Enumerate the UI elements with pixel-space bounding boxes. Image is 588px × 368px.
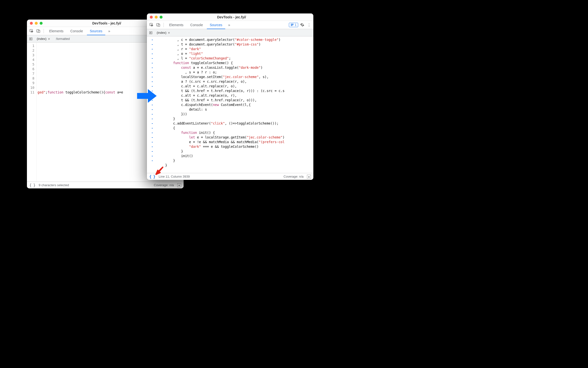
settings-gear-icon[interactable] xyxy=(299,22,305,28)
tab-elements[interactable]: Elements xyxy=(46,27,66,35)
tab-elements[interactable]: Elements xyxy=(166,21,186,29)
pretty-print-button[interactable]: { } xyxy=(149,174,155,179)
tab-sources[interactable]: Sources xyxy=(207,21,225,29)
issues-count: 1 xyxy=(295,23,296,27)
issues-indicator[interactable]: 1 xyxy=(289,23,298,27)
filetab-label: (index) xyxy=(157,31,166,34)
selection-status: 9 characters selected xyxy=(39,183,69,187)
close-tab-icon[interactable]: × xyxy=(168,31,170,34)
file-tabs-bar: (index) × xyxy=(147,29,313,36)
devtools-window-right: DevTools - jec.fyi/ Elements Console Sou… xyxy=(147,13,313,180)
divider xyxy=(44,29,44,33)
main-tabs-bar: Elements Console Sources » 1 ⋮ xyxy=(147,21,313,29)
filetab-index[interactable]: (index) × xyxy=(34,35,53,43)
code-editor[interactable]: - - - - - - - - - - - - - - - - - - - - … xyxy=(147,36,313,173)
filetab-index[interactable]: (index) × xyxy=(154,29,173,36)
line-number-gutter: 1 2 3 4 5 6 7 8 9 10 11 xyxy=(27,43,36,182)
tab-console[interactable]: Console xyxy=(67,27,86,35)
cursor-position-status: Line 11, Column 3939 xyxy=(159,175,190,178)
show-navigator-icon[interactable] xyxy=(28,36,34,42)
filetab-label: :formatted xyxy=(56,37,70,41)
window-title: DevTools - jec.fyi/ xyxy=(153,15,310,19)
close-window-button[interactable] xyxy=(150,16,153,19)
titlebar: DevTools - jec.fyi/ xyxy=(147,13,313,21)
annotation-arrow-down-left-icon xyxy=(155,166,164,175)
more-tabs-icon[interactable]: » xyxy=(106,29,112,33)
annotation-arrow-right-icon xyxy=(137,88,157,105)
pretty-print-button[interactable]: { } xyxy=(29,183,35,187)
tab-sources[interactable]: Sources xyxy=(87,27,105,35)
filetab-formatted[interactable]: :formatted xyxy=(53,35,72,43)
more-options-icon[interactable]: ⋮ xyxy=(306,22,312,28)
more-tabs-icon[interactable]: » xyxy=(226,23,232,27)
status-bar: { } 9 characters selected Coverage: n/a … xyxy=(27,182,184,188)
code-body[interactable]: , c = document.querySelector("#color-sch… xyxy=(156,36,313,173)
inspect-element-icon[interactable] xyxy=(148,22,154,28)
show-drawer-icon[interactable]: ▲ xyxy=(307,175,311,179)
close-tab-icon[interactable]: × xyxy=(48,37,50,41)
svg-rect-2 xyxy=(38,30,40,33)
device-toggle-icon[interactable] xyxy=(35,28,41,34)
status-bar: { } Line 11, Column 3939 Coverage: n/a ▲ xyxy=(147,173,313,180)
tab-console[interactable]: Console xyxy=(187,21,206,29)
show-navigator-icon[interactable] xyxy=(148,30,154,36)
inspect-element-icon[interactable] xyxy=(28,28,34,34)
divider xyxy=(164,23,164,27)
close-window-button[interactable] xyxy=(30,22,33,25)
svg-rect-6 xyxy=(158,24,160,26)
filetab-label: (index) xyxy=(37,37,47,41)
coverage-status: Coverage: n/a xyxy=(283,175,304,178)
show-drawer-icon[interactable]: ▲ xyxy=(177,183,181,187)
device-toggle-icon[interactable] xyxy=(155,22,161,28)
coverage-status: Coverage: n/a xyxy=(154,183,174,187)
